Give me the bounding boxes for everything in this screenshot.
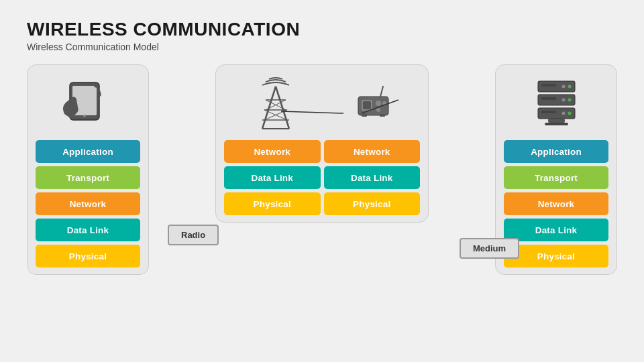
svg-rect-36 xyxy=(541,111,556,113)
layer-bar: Network xyxy=(224,140,321,163)
server-icon xyxy=(531,78,582,131)
svg-point-30 xyxy=(568,99,571,102)
middle-layers: NetworkNetworkData LinkData LinkPhysical… xyxy=(224,140,420,215)
right-layers: ApplicationTransportNetworkData LinkPhys… xyxy=(504,140,608,267)
svg-rect-35 xyxy=(541,97,556,100)
svg-point-29 xyxy=(561,85,565,88)
svg-point-32 xyxy=(568,112,571,115)
middle-device-card: NetworkNetworkData LinkData LinkPhysical… xyxy=(215,64,429,223)
tower-icon-area xyxy=(224,74,420,135)
layer-bar: Network xyxy=(504,192,608,215)
layer-bar: Physical xyxy=(224,192,321,215)
svg-point-3 xyxy=(95,86,97,88)
layer-bar: Data Link xyxy=(36,219,140,241)
server-icon-area xyxy=(531,74,582,135)
diagram-area: ApplicationTransportNetworkData LinkPhys… xyxy=(27,64,617,275)
page-subtitle: Wireless Communication Model xyxy=(27,42,617,52)
radio-server-line xyxy=(224,74,420,135)
svg-line-24 xyxy=(362,100,398,113)
layer-bar: Physical xyxy=(504,245,608,267)
layer-bar: Physical xyxy=(36,245,140,267)
layer-bar: Network xyxy=(36,192,140,215)
layer-bar: Data Link xyxy=(504,219,608,241)
layer-bar: Data Link xyxy=(324,166,421,189)
layer-bar: Application xyxy=(504,140,608,163)
slide: WIRELESS COMMUNICATION Wireless Communic… xyxy=(0,0,644,362)
layer-bar: Transport xyxy=(36,166,140,189)
svg-point-31 xyxy=(561,99,565,102)
layer-bar: Network xyxy=(324,140,421,163)
medium-label-box: Medium xyxy=(460,238,519,259)
radio-label-box: Radio xyxy=(168,225,219,245)
svg-rect-34 xyxy=(541,84,556,86)
svg-rect-38 xyxy=(545,123,568,125)
svg-rect-37 xyxy=(548,119,565,123)
layer-bar: Data Link xyxy=(224,166,321,189)
layer-bar: Physical xyxy=(324,192,421,215)
left-device-card: ApplicationTransportNetworkData LinkPhys… xyxy=(27,64,149,275)
tablet-icon xyxy=(58,77,118,132)
layer-bar: Transport xyxy=(504,166,608,189)
left-layers: ApplicationTransportNetworkData LinkPhys… xyxy=(36,140,140,267)
svg-point-33 xyxy=(561,112,565,115)
layer-bar: Application xyxy=(36,140,140,163)
page-title: WIRELESS COMMUNICATION xyxy=(27,19,617,40)
svg-point-2 xyxy=(83,115,86,117)
tablet-icon-area xyxy=(58,74,118,135)
svg-point-28 xyxy=(568,85,571,88)
